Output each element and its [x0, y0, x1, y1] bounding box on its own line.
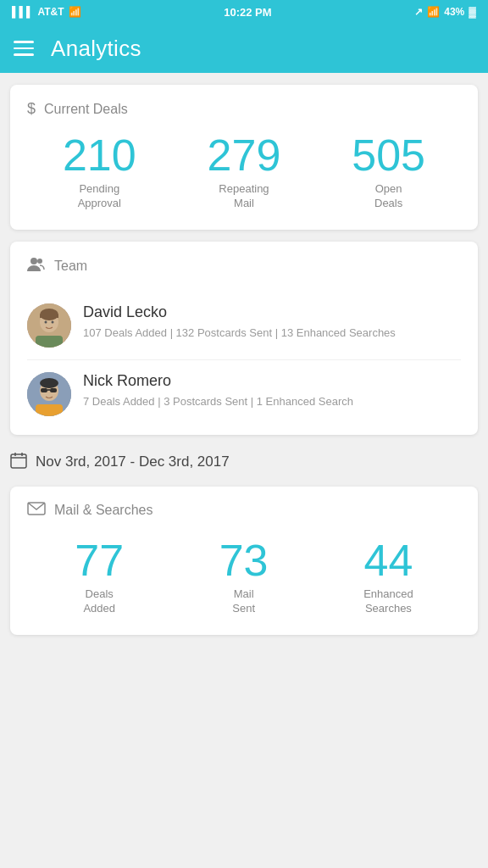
dollar-icon: $	[27, 100, 36, 118]
team-icon	[27, 257, 46, 276]
carrier-label: AT&T	[38, 6, 64, 18]
team-label: Team	[54, 259, 87, 274]
enhanced-searches-label: EnhancedSearches	[363, 587, 413, 616]
team-card: Team	[10, 242, 478, 435]
date-range-section: Nov 3rd, 2017 - Dec 3rd, 2017	[10, 447, 478, 475]
nick-info: Nick Romero 7 Deals Added | 3 Postcards …	[83, 372, 461, 410]
signal-icon: ▌▌▌	[12, 6, 34, 18]
deals-added-stat: 77 DealsAdded	[75, 538, 124, 616]
nick-name: Nick Romero	[83, 372, 461, 390]
mail-sent-label: MailSent	[232, 587, 255, 616]
svg-point-8	[52, 320, 54, 323]
svg-rect-16	[11, 454, 26, 468]
mail-icon	[27, 502, 46, 520]
battery-label: 43%	[444, 6, 464, 18]
status-left: ▌▌▌ AT&T 📶	[12, 6, 81, 18]
david-info: David Lecko 107 Deals Added | 132 Postca…	[83, 303, 461, 342]
mail-searches-header: Mail & Searches	[27, 502, 461, 520]
menu-button[interactable]	[14, 41, 34, 56]
enhanced-searches-number: 44	[363, 538, 413, 582]
mail-searches-stats: 77 DealsAdded 73 MailSent 44 EnhancedSea…	[27, 535, 461, 616]
mail-searches-label: Mail & Searches	[54, 503, 153, 518]
battery-icon: ▓	[469, 6, 476, 18]
open-deals-label: OpenDeals	[374, 182, 402, 211]
current-deals-header: $ Current Deals	[27, 100, 461, 118]
svg-point-11	[40, 378, 58, 388]
repeating-mail-number: 279	[208, 133, 281, 177]
open-deals-number: 505	[352, 133, 425, 177]
deals-added-label: DealsAdded	[83, 587, 115, 616]
calendar-icon	[10, 452, 27, 473]
avatar-nick	[27, 372, 71, 416]
svg-rect-6	[36, 336, 63, 348]
pending-approval-number: 210	[63, 133, 136, 177]
wifi-icon: 📶	[69, 6, 81, 18]
current-deals-stats: 210 PendingApproval 279 RepeatingMail 50…	[27, 133, 461, 211]
repeating-mail-stat: 279 RepeatingMail	[208, 133, 281, 211]
enhanced-searches-stat: 44 EnhancedSearches	[363, 538, 413, 616]
nick-stats: 7 Deals Added | 3 Postcards Sent | 1 Enh…	[83, 393, 461, 410]
location-icon: ↗	[414, 6, 423, 18]
team-member-nick: Nick Romero 7 Deals Added | 3 Postcards …	[27, 360, 461, 416]
svg-rect-12	[41, 388, 47, 392]
david-stats: 107 Deals Added | 132 Postcards Sent | 1…	[83, 325, 461, 342]
avatar-david	[27, 303, 71, 348]
status-right: ↗ 📶 43% ▓	[414, 6, 476, 18]
status-bar: ▌▌▌ AT&T 📶 10:22 PM ↗ 📶 43% ▓	[0, 0, 488, 24]
deals-added-number: 77	[75, 538, 124, 582]
team-members-list: David Lecko 107 Deals Added | 132 Postca…	[27, 292, 461, 416]
svg-rect-13	[50, 388, 57, 392]
svg-point-7	[45, 320, 47, 323]
app-header: Analytics	[0, 24, 488, 73]
pending-approval-label: PendingApproval	[78, 182, 121, 211]
pending-approval-stat: 210 PendingApproval	[63, 133, 136, 211]
svg-rect-5	[40, 314, 58, 318]
david-name: David Lecko	[83, 303, 461, 321]
status-time: 10:22 PM	[224, 6, 271, 19]
mail-searches-card: Mail & Searches 77 DealsAdded 73 MailSen…	[10, 487, 478, 635]
mail-sent-number: 73	[219, 538, 269, 582]
svg-point-1	[37, 259, 42, 264]
team-member-david: David Lecko 107 Deals Added | 132 Postca…	[27, 292, 461, 360]
svg-point-0	[30, 258, 37, 264]
team-header: Team	[27, 257, 461, 276]
main-content: $ Current Deals 210 PendingApproval 279 …	[0, 73, 488, 647]
current-deals-card: $ Current Deals 210 PendingApproval 279 …	[10, 85, 478, 230]
bluetooth-icon: 📶	[427, 6, 440, 18]
svg-rect-15	[36, 404, 63, 416]
open-deals-stat: 505 OpenDeals	[352, 133, 425, 211]
mail-sent-stat: 73 MailSent	[219, 538, 269, 616]
repeating-mail-label: RepeatingMail	[219, 182, 269, 211]
date-range-text: Nov 3rd, 2017 - Dec 3rd, 2017	[36, 453, 230, 470]
current-deals-label: Current Deals	[44, 102, 128, 117]
page-title: Analytics	[51, 36, 141, 62]
